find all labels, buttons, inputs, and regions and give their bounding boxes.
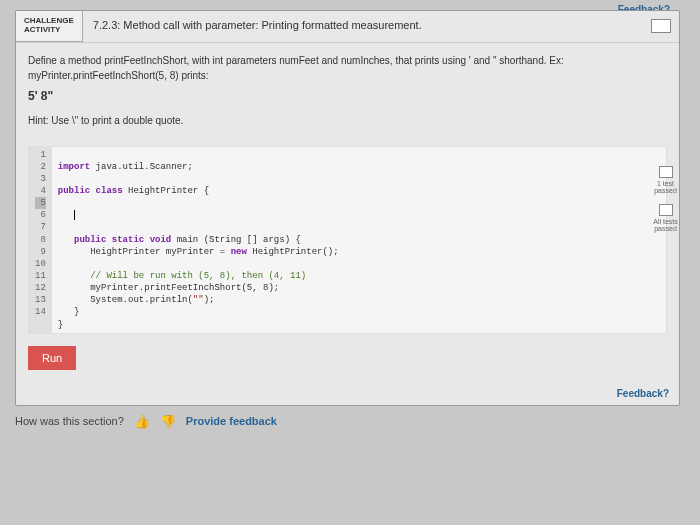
code-l7: public static void main (String [] args)… <box>58 235 301 245</box>
one-test-label: 1 test passed <box>648 180 683 194</box>
code-l12: System.out.println(""); <box>58 295 215 305</box>
example-output: 5' 8" <box>28 87 667 105</box>
line-gutter: 123456 7891011121314 <box>29 147 52 333</box>
code-l13: } <box>58 307 80 317</box>
hint-text: Hint: Use \" to print a double quote. <box>28 113 667 128</box>
test-status-sidebar: 1 test passed All tests passed <box>648 166 683 242</box>
code-l11: myPrinter.printFeetInchShort(5, 8); <box>58 283 279 293</box>
code-l10: // Will be run with (5, 8), then (4, 11) <box>58 271 306 281</box>
code-l1: import java.util.Scanner; <box>58 162 193 172</box>
one-test-box <box>659 166 673 178</box>
desc-line1: Define a method printFeetInchShort, with… <box>28 53 667 68</box>
section-feedback-bar: How was this section? 👍 👎 Provide feedba… <box>15 414 680 429</box>
thumbs-up-icon[interactable]: 👍 <box>134 414 150 429</box>
challenge-tag: CHALLENGE ACTIVITY <box>16 11 83 42</box>
activity-description: Define a method printFeetInchShort, with… <box>16 43 679 136</box>
run-button[interactable]: Run <box>28 346 76 370</box>
code-l14: } <box>58 320 63 330</box>
feedback-link-bottom[interactable]: Feedback? <box>16 382 679 405</box>
challenge-title: 7.2.3: Method call with parameter: Print… <box>83 11 651 42</box>
code-l3: public class HeightPrinter { <box>58 186 209 196</box>
activity-header: CHALLENGE ACTIVITY 7.2.3: Method call wi… <box>16 11 679 43</box>
challenge-tag-l2: ACTIVITY <box>24 26 74 35</box>
activity-panel: CHALLENGE ACTIVITY 7.2.3: Method call wi… <box>15 10 680 406</box>
provide-feedback-link[interactable]: Provide feedback <box>186 415 277 427</box>
code-editor[interactable]: 123456 7891011121314 import java.util.Sc… <box>28 146 667 334</box>
code-l5 <box>58 210 75 220</box>
desc-line2: myPrinter.printFeetInchShort(5, 8) print… <box>28 68 667 83</box>
code-content[interactable]: import java.util.Scanner; public class H… <box>52 147 666 333</box>
section-question: How was this section? <box>15 415 124 427</box>
progress-box <box>651 19 671 33</box>
code-l8: HeightPrinter myPrinter = new HeightPrin… <box>58 247 339 257</box>
thumbs-down-icon[interactable]: 👎 <box>160 414 176 429</box>
all-tests-label: All tests passed <box>648 218 683 232</box>
all-tests-box <box>659 204 673 216</box>
